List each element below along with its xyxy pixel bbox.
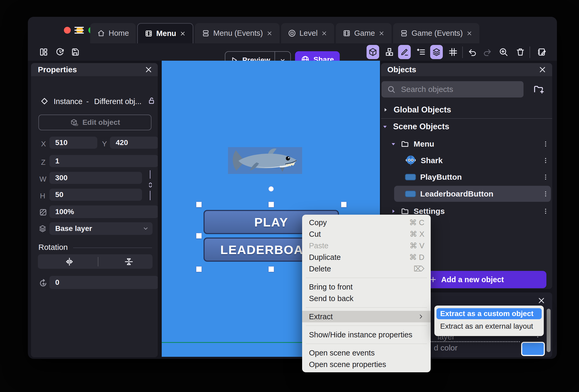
caret-right-icon[interactable] (390, 208, 397, 215)
y-input[interactable] (110, 137, 158, 149)
opacity-input[interactable] (49, 205, 158, 218)
x-input[interactable] (49, 137, 97, 149)
submenu-item-extract-as-a-custom-object[interactable]: Extract as a custom object (436, 308, 542, 319)
selection-handle[interactable] (196, 266, 202, 272)
menu-item-delete[interactable]: Delete⌦ (302, 263, 431, 275)
layer-select[interactable]: Base layer (49, 222, 153, 235)
panel-scrollbar[interactable] (547, 309, 551, 352)
menu-item-label: Open scene properties (309, 360, 386, 369)
submenu-item-extract-as-an-external-layout[interactable]: Extract as an external layout (436, 321, 542, 332)
close-tab-icon[interactable] (466, 30, 473, 37)
instance-properties-icon[interactable] (414, 43, 428, 61)
instance-type: Instance (54, 97, 83, 106)
close-properties-icon[interactable] (144, 65, 153, 74)
menu-item-label: Extract (309, 312, 333, 321)
tree-item-playbutton[interactable]: PlayButton (381, 169, 552, 185)
tree-item-shark[interactable]: Shark (381, 152, 552, 168)
extract-submenu: Extract as a custom objectExtract as an … (434, 306, 544, 336)
rotation-input[interactable] (49, 276, 158, 289)
external-layout-icon (288, 29, 296, 37)
3d-view-toggle[interactable] (367, 45, 379, 59)
tab-menu-events[interactable]: Menu (Events) (195, 23, 280, 43)
tree-item-leaderboardbutton[interactable]: LeaderboardButton (394, 186, 551, 202)
redo-icon[interactable] (481, 43, 494, 61)
zoom-in-icon[interactable] (497, 43, 510, 61)
menu-item-copy[interactable]: Copy⌘ C (302, 217, 431, 228)
instance-object-name: Different obj... (94, 97, 141, 106)
more-options-icon[interactable] (542, 189, 549, 198)
menu-item-open-scene-properties[interactable]: Open scene properties (302, 359, 431, 370)
shark-sprite[interactable] (228, 147, 302, 174)
scene-objects-section[interactable]: Scene Objects (382, 122, 449, 131)
menu-item-send-to-back[interactable]: Send to back (302, 293, 431, 304)
menu-shortcut: ⌘ C (409, 218, 424, 227)
close-tab-icon[interactable] (180, 30, 186, 37)
menu-item-paste[interactable]: Paste⌘ V (302, 240, 431, 251)
selection-handle[interactable] (268, 202, 274, 207)
close-tab-icon[interactable] (266, 30, 273, 37)
more-options-icon[interactable] (542, 156, 549, 165)
more-options-icon[interactable] (542, 207, 549, 216)
selection-handle[interactable] (341, 202, 347, 207)
x-label: X (41, 140, 46, 148)
height-input[interactable] (49, 189, 142, 201)
undo-icon[interactable] (466, 43, 479, 61)
search-icon (387, 85, 396, 94)
global-objects-section[interactable]: Global Objects (382, 105, 451, 115)
close-tab-icon[interactable] (321, 30, 327, 37)
more-options-icon[interactable] (542, 140, 549, 148)
flip-vertical-icon[interactable] (124, 257, 134, 266)
close-layers-icon[interactable] (537, 296, 546, 305)
layers-panel-toggle[interactable] (430, 45, 443, 59)
tab-game-events[interactable]: Game (Events) (393, 23, 479, 43)
menu-item-label: Paste (309, 241, 328, 250)
unlock-icon[interactable] (147, 96, 156, 105)
rotation-section-title: Rotation (38, 243, 68, 252)
global-objects-label: Global Objects (394, 105, 451, 115)
menu-item-open-scene-events[interactable]: Open scene events (302, 347, 431, 359)
close-objects-icon[interactable] (538, 65, 547, 74)
menu-item-show-hide-instance-properties[interactable]: Show/Hide instance properties (302, 329, 431, 341)
scene-notes-icon[interactable] (535, 43, 548, 61)
add-folder-icon[interactable] (533, 84, 544, 95)
save-icon[interactable] (69, 43, 82, 61)
close-tab-icon[interactable] (378, 30, 385, 37)
objects-list-icon[interactable] (383, 43, 396, 61)
selection-handle[interactable] (196, 233, 202, 239)
caret-right-icon (382, 106, 389, 113)
tab-home[interactable]: Home (90, 23, 136, 43)
menu-item-duplicate[interactable]: Duplicate⌘ D (302, 251, 431, 263)
toolbar: Preview Share (28, 43, 557, 61)
submenu-item-label: Extract as a custom object (440, 310, 534, 318)
menu-item-bring-to-front[interactable]: Bring to front (302, 281, 431, 293)
menu-item-cut[interactable]: Cut⌘ X (302, 228, 431, 240)
more-options-icon[interactable] (542, 173, 549, 182)
flip-horizontal-icon[interactable] (65, 257, 74, 266)
delete-icon[interactable] (514, 43, 527, 61)
close-window-button[interactable] (64, 27, 71, 34)
edit-object-button[interactable]: 2D Edit object (38, 115, 151, 130)
selection-rotate-handle[interactable] (268, 186, 274, 192)
selection-handle[interactable] (268, 266, 274, 272)
instance-separator: - (86, 97, 89, 106)
edit-mode-toggle[interactable] (398, 45, 411, 59)
tab-menu[interactable]: Menu (137, 23, 193, 43)
instance-icon (40, 97, 49, 106)
background-color-swatch[interactable] (521, 342, 545, 356)
link-dimensions-icon[interactable] (147, 181, 154, 189)
grid-icon[interactable] (446, 43, 460, 61)
tree-item-menu[interactable]: Menu (381, 136, 552, 152)
tab-level[interactable]: Level (281, 23, 334, 43)
z-input[interactable] (49, 155, 158, 167)
project-manager-icon[interactable] (37, 43, 50, 61)
history-icon[interactable] (54, 43, 66, 61)
tab-game[interactable]: Game (336, 23, 392, 43)
caret-down-icon[interactable] (390, 141, 397, 147)
selection-handle[interactable] (196, 202, 202, 207)
toolbar-divider (462, 47, 463, 58)
search-input[interactable] (400, 85, 524, 94)
width-input[interactable] (49, 172, 142, 184)
menu-item-extract[interactable]: Extract (302, 311, 431, 322)
play-button-label: PLAY (254, 215, 288, 229)
main-menu-icon[interactable] (74, 27, 84, 34)
